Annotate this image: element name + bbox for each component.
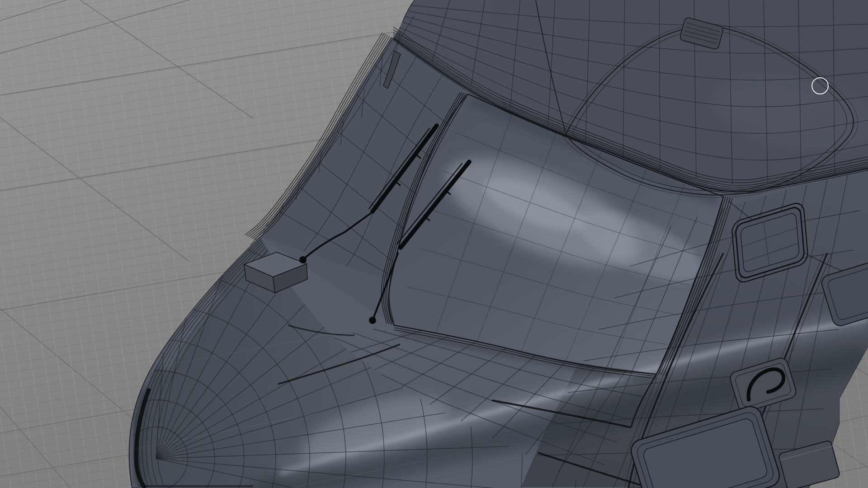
viewport-canvas[interactable]: [0, 0, 868, 488]
scene-svg: [0, 0, 868, 488]
